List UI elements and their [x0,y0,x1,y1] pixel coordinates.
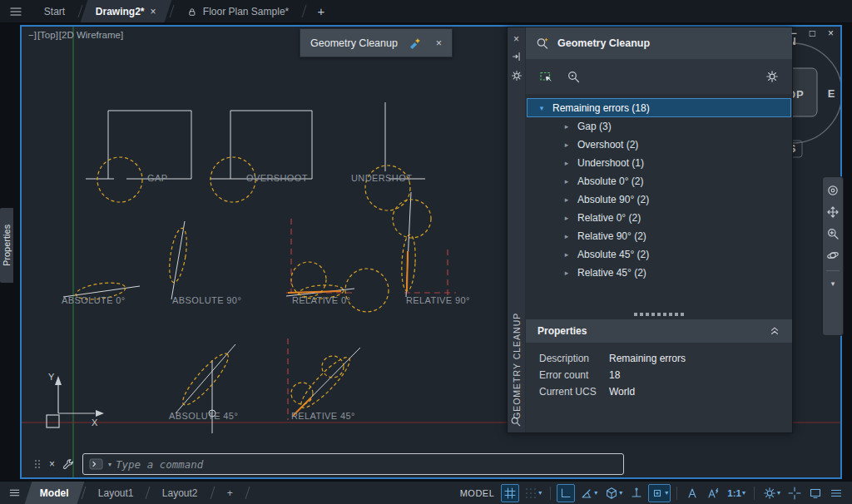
geometry-cleanup-icon[interactable] [408,37,423,50]
new-drawing-button[interactable]: + [307,0,334,22]
caret-icon[interactable]: ▾ [619,489,622,497]
cleanup-settings-gear-icon[interactable] [762,67,782,86]
new-layout-plus: + [227,487,233,499]
tab-drawing2[interactable]: Drawing2* × [81,0,171,22]
caret-icon[interactable]: ▾ [538,489,542,497]
expander-icon[interactable]: ▸ [562,214,571,222]
properties-section-title: Properties [537,325,587,337]
app-top-bar: Start Drawing2* × Floor Plan Sample* + [0,0,852,23]
tree-item-relative-45[interactable]: ▸Relative 45° (2) [526,264,792,282]
expander-icon[interactable]: ▸ [562,232,571,240]
new-layout-button[interactable]: + [212,482,249,504]
expander-icon[interactable]: ▸ [562,159,571,167]
viewcube-east[interactable]: E [828,87,835,100]
close-window-icon[interactable]: × [828,27,834,39]
expander-icon[interactable]: ▾ [537,104,546,112]
close-panel-icon[interactable]: × [513,35,519,43]
properties-palette-tab[interactable]: Properties [0,208,13,283]
window-controls: − □ × [791,27,834,39]
properties-section-header[interactable]: Properties [526,319,792,343]
crosshair-toggle[interactable] [785,484,804,502]
tab-start[interactable]: Start [29,0,81,22]
panel-splitter-handle[interactable] [526,309,792,319]
tree-item-absolute-0[interactable]: ▸Absolute 0° (2) [526,172,792,190]
expander-icon[interactable]: ▸ [562,177,571,185]
label-relative-0: RELATIVE 0° [292,295,350,305]
tree-item-undershoot[interactable]: ▸Undershoot (1) [526,154,792,172]
command-history-caret-icon[interactable]: ▾ [108,461,111,468]
annotation-scale-selector[interactable]: 1:1 ▾ [725,484,748,502]
tree-item-relative-90[interactable]: ▸Relative 90° (2) [526,227,792,245]
command-prompt-icon[interactable] [89,458,104,470]
tree-item-gap[interactable]: ▸Gap (3) [526,117,792,136]
tree-item-label: Absolute 90° (2) [577,194,649,205]
object-snap-toggle[interactable]: ▾ [648,484,671,502]
geometry-cleanup-panel: × GEOMETRY CLEANUP Geometry Cleanup [507,27,793,433]
clean-screen-toggle[interactable] [806,484,825,502]
workspace-settings-gear[interactable]: ▾ [760,484,783,502]
expander-icon[interactable]: ▸ [562,269,571,277]
tree-item-overshoot[interactable]: ▸Overshoot (2) [526,136,792,154]
command-input[interactable] [116,458,617,471]
annotation-visibility-toggle[interactable] [683,484,701,502]
select-errors-button[interactable] [536,67,556,86]
caret-icon[interactable]: ▾ [665,489,668,497]
tab-model[interactable]: Model [25,482,84,504]
grid-display-toggle[interactable] [501,484,519,502]
annotation-autoscale-toggle[interactable] [704,484,722,502]
full-navigation-wheel-icon[interactable] [826,184,840,197]
command-line-bar: × ▾ [33,452,624,476]
tab-floor-plan-sample[interactable]: Floor Plan Sample* [172,0,305,22]
tab-drawing2-label: Drawing2* [96,6,145,17]
close-command-line-icon[interactable]: × [49,458,55,470]
restore-icon[interactable]: □ [810,27,815,39]
tree-item-label: Relative 0° (2) [577,212,641,224]
caret-icon[interactable]: ▾ [742,489,746,497]
expander-icon[interactable]: ▸ [562,141,571,149]
caret-icon[interactable]: ▾ [777,489,780,497]
label-absolute-0: ABSOLUTE 0° [62,295,126,305]
customize-command-line-wrench-icon[interactable] [62,458,75,471]
snap-mode-toggle[interactable]: ▾ [522,484,544,502]
command-bar-drag-handle-icon[interactable] [33,458,42,470]
ortho-mode-toggle[interactable] [557,484,575,502]
collapse-section-icon[interactable] [769,325,780,337]
orbit-icon[interactable] [826,249,840,262]
auto-hide-pin-icon[interactable] [511,51,523,62]
app-menu-button[interactable] [0,0,32,23]
polar-tracking-toggle[interactable]: ▾ [577,484,600,502]
close-tab-icon[interactable]: × [151,6,156,17]
property-key: Current UCS [526,386,609,398]
layout-menu-button[interactable] [0,482,28,504]
zoom-extents-icon[interactable] [826,227,840,240]
command-input-box[interactable]: ▾ [82,453,624,475]
tree-item-absolute-45[interactable]: ▸Absolute 45° (2) [526,245,792,264]
viewport-view-control[interactable]: [Top] [37,30,58,40]
panel-settings-gear-icon[interactable] [511,70,523,82]
review-errors-button[interactable] [563,67,583,86]
tree-item-remaining-errors[interactable]: ▾ Remaining errors (18) [527,98,791,117]
status-bar-customization-menu[interactable] [827,484,845,502]
viewport-visual-style-control[interactable]: [2D Wireframe] [59,30,123,40]
panel-content: Geometry Cleanup ▾ [526,27,792,432]
tab-layout2[interactable]: Layout2 [147,482,213,504]
label-gap: GAP [147,173,167,183]
drawing-viewport[interactable]: GAP OVERSHOOT UNDERSHOT ABSOLUTE 0° ABSO… [20,25,842,479]
zoom-to-error-icon[interactable] [510,416,522,427]
expander-icon[interactable]: ▸ [562,122,571,131]
tree-item-relative-0[interactable]: ▸Relative 0° (2) [526,209,792,227]
viewport-menu-control[interactable]: −] [28,30,37,40]
label-absolute-90: ABSOLUTE 90° [172,295,241,305]
tab-layout1[interactable]: Layout1 [82,482,148,504]
navbar-more-caret-icon[interactable]: ▾ [831,279,835,288]
caret-icon[interactable]: ▾ [594,489,597,497]
minimize-icon[interactable]: − [791,27,797,39]
close-floating-toolbar-icon[interactable]: × [436,37,442,49]
object-snap-tracking-toggle[interactable] [627,484,646,502]
tree-item-absolute-90[interactable]: ▸Absolute 90° (2) [526,190,792,209]
property-value: World [609,386,635,398]
expander-icon[interactable]: ▸ [562,195,571,204]
isometric-drafting-toggle[interactable]: ▾ [602,484,625,502]
expander-icon[interactable]: ▸ [562,250,571,259]
pan-icon[interactable] [826,205,840,219]
